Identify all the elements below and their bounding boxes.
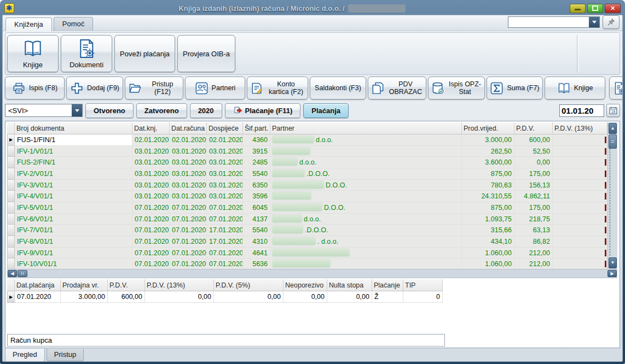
table-row[interactable]: IFV-7/V01/1 07.01.2020 07.01.2020 17.01.… bbox=[7, 225, 607, 236]
table-row[interactable]: IFV-4/V01/1 03.01.2020 03.01.2020 03.01.… bbox=[7, 191, 607, 202]
column-header[interactable]: Plaćanje bbox=[372, 279, 403, 291]
big-toolbar-button[interactable]: Provjera OIB-a bbox=[177, 35, 235, 72]
cell-due-date: 03.01.2020 bbox=[207, 168, 243, 180]
cell-invoice-date: 02.01.2020 bbox=[170, 134, 207, 146]
table-row[interactable]: IFV-2/V01/1 03.01.2020 03.01.2020 03.01.… bbox=[7, 168, 607, 180]
bottom-tab-pristup[interactable]: Pristup bbox=[47, 349, 84, 361]
vertical-scrollbar[interactable]: ▲ ▼ bbox=[607, 122, 617, 269]
toolbar-button[interactable]: Saldakonti (F3) bbox=[310, 77, 366, 99]
toolbar-button[interactable]: Partneri bbox=[185, 77, 245, 99]
table-row[interactable]: IFV-3/V01/1 03.01.2020 03.01.2020 03.01.… bbox=[7, 180, 607, 191]
scroll-down-button[interactable]: ▼ bbox=[609, 257, 617, 268]
bottom-tab-pregled[interactable]: Pregled bbox=[5, 349, 45, 362]
column-header[interactable]: Šif.part. bbox=[243, 122, 270, 134]
table-row[interactable]: ▶ FUS-1/FIN/1 02.01.2020 02.01.2020 02.0… bbox=[7, 134, 607, 146]
menu-tab-pomoć[interactable]: Pomoć bbox=[54, 17, 93, 31]
column-header[interactable]: Dat.računa bbox=[170, 122, 207, 134]
row-indicator bbox=[7, 214, 15, 225]
column-header[interactable] bbox=[7, 122, 15, 134]
minimize-button[interactable] bbox=[570, 4, 586, 13]
calendar-icon: 15 bbox=[609, 106, 618, 115]
column-header[interactable]: TIP bbox=[403, 279, 443, 291]
quick-search-combobox[interactable] bbox=[508, 16, 600, 28]
toolbar-button[interactable]: Ispis OPZ-Stat bbox=[428, 77, 485, 99]
book-filter-dropdown-button[interactable] bbox=[72, 104, 82, 116]
big-toolbar-button[interactable]: Knjige bbox=[7, 35, 59, 72]
redacted-partner-name bbox=[273, 249, 349, 256]
close-button[interactable]: ✕ bbox=[605, 4, 621, 13]
payment-button[interactable]: Plaćanje (F11) bbox=[225, 103, 301, 118]
title-bar[interactable]: ✱ Knjiga izdanih (izlaznih) računa / Mic… bbox=[2, 0, 623, 15]
toolbar-button[interactable]: Suma (F7) bbox=[487, 77, 543, 99]
table-row[interactable]: ▶ 07.01.2020 3.000,00 600,00 0,00 0,00 0… bbox=[7, 291, 443, 303]
table-row[interactable]: IFV-5/V01/1 07.01.2020 07.01.2020 07.01.… bbox=[7, 202, 607, 214]
payments-toggle-button[interactable]: Plaćanja bbox=[303, 103, 349, 118]
column-header[interactable]: Nulta stopa bbox=[327, 279, 372, 291]
pushpin-icon bbox=[606, 17, 616, 27]
date-input[interactable] bbox=[559, 104, 604, 117]
column-header[interactable]: P.D.V. bbox=[108, 279, 145, 291]
table-row[interactable]: FUS-2/FIN/1 03.01.2020 03.01.2020 03.01.… bbox=[7, 157, 607, 168]
toolbar-button[interactable]: Pristup (F12) bbox=[125, 77, 183, 99]
cell-sales-value: 3.600,00 bbox=[462, 157, 514, 168]
cell-due-date: 17.01.2020 bbox=[207, 236, 243, 248]
vertical-scroll-thumb[interactable] bbox=[609, 134, 617, 149]
vertical-scroll-track[interactable] bbox=[608, 149, 617, 257]
column-header[interactable]: P.D.V. (13%) bbox=[553, 122, 607, 134]
column-header[interactable]: Prodajna vr. bbox=[61, 279, 108, 291]
toolbar-button[interactable]: Konto kartica (F2) bbox=[247, 77, 308, 99]
table-row[interactable]: IFV-6/V01/1 07.01.2020 07.01.2020 07.01.… bbox=[7, 214, 607, 225]
toolbar-button[interactable]: Ispis (F8) bbox=[5, 77, 65, 99]
quick-search-input[interactable] bbox=[508, 17, 589, 27]
column-header[interactable]: P.D.V. (13%) bbox=[145, 279, 214, 291]
redacted-partner-name bbox=[273, 170, 304, 177]
row-indicator bbox=[7, 168, 15, 180]
clipped-value-mark bbox=[605, 137, 606, 143]
column-header[interactable]: Partner bbox=[270, 122, 462, 134]
note-input[interactable] bbox=[7, 334, 445, 347]
toolbar-button[interactable]: Dodaj (F9) bbox=[66, 77, 123, 99]
book-filter-combobox[interactable]: <SVI> bbox=[5, 104, 83, 117]
redacted-partner-name bbox=[273, 204, 322, 211]
open-filter-button[interactable]: Otvoreno bbox=[85, 103, 134, 118]
scroll-up-button[interactable]: ▲ bbox=[609, 123, 617, 134]
scroll-right-button[interactable]: ▶ bbox=[607, 270, 617, 277]
cell-doc-number: IFV-4/V01/1 bbox=[15, 191, 132, 202]
column-header[interactable]: Broj dokumenta bbox=[15, 122, 132, 134]
column-header[interactable]: Dat.knj. bbox=[132, 122, 170, 134]
toolbar-button[interactable]: PDV OBRAZAC bbox=[368, 77, 426, 99]
cell-booking-date: 03.01.2020 bbox=[132, 157, 170, 168]
toolbar-button[interactable] bbox=[609, 77, 623, 99]
pin-button[interactable] bbox=[603, 15, 620, 29]
maximize-button[interactable] bbox=[587, 4, 603, 13]
column-header[interactable]: Prod.vrijed. bbox=[462, 122, 514, 134]
table-row[interactable]: IFV-8/V01/1 07.01.2020 07.01.2020 17.01.… bbox=[7, 236, 607, 248]
closed-filter-button[interactable]: Zatvoreno bbox=[136, 103, 187, 118]
calendar-button[interactable]: 15 bbox=[606, 104, 620, 117]
horizontal-scrollbar[interactable]: ◀ ▶ bbox=[7, 269, 617, 278]
big-toolbar-button[interactable]: Dokumenti bbox=[61, 35, 112, 72]
table-row[interactable]: IFV-1/V01/1 03.01.2020 03.01.2020 03.01.… bbox=[7, 146, 607, 157]
column-header[interactable]: Dat.plaćanja bbox=[15, 279, 61, 291]
column-header[interactable]: P.D.V. bbox=[514, 122, 553, 134]
horizontal-scroll-track[interactable] bbox=[27, 269, 607, 278]
menu-tab-knjiženja[interactable]: Knjiženja bbox=[5, 17, 52, 31]
cell-due-date: 07.01.2020 bbox=[207, 259, 243, 269]
scroll-left-button[interactable]: ◀ bbox=[8, 270, 17, 277]
quick-search-dropdown-button[interactable] bbox=[589, 17, 599, 27]
table-row[interactable]: IFV-10/V01/1 07.01.2020 07.01.2020 07.01… bbox=[7, 259, 607, 269]
column-header[interactable]: Neoporezivo bbox=[283, 279, 327, 291]
cell-vat: 0,00 bbox=[514, 157, 553, 168]
horizontal-scroll-thumb[interactable] bbox=[18, 270, 27, 277]
big-toolbar-button[interactable]: Poveži plaćanja bbox=[114, 35, 175, 72]
year-filter-button[interactable]: 2020 bbox=[190, 103, 222, 118]
column-header[interactable]: P.D.V. (5%) bbox=[214, 279, 283, 291]
payment-arrow-icon bbox=[233, 106, 242, 115]
toolbar-button[interactable]: Knjige bbox=[545, 77, 605, 99]
column-header[interactable]: Dospijeće bbox=[207, 122, 243, 134]
cell-sales-value: 262,50 bbox=[462, 146, 514, 157]
row-indicator bbox=[7, 202, 15, 214]
table-row[interactable]: IFV-9/V01/1 07.01.2020 07.01.2020 07.01.… bbox=[7, 248, 607, 259]
cell-sales-value: 875,00 bbox=[462, 168, 514, 180]
column-header[interactable] bbox=[7, 279, 15, 291]
